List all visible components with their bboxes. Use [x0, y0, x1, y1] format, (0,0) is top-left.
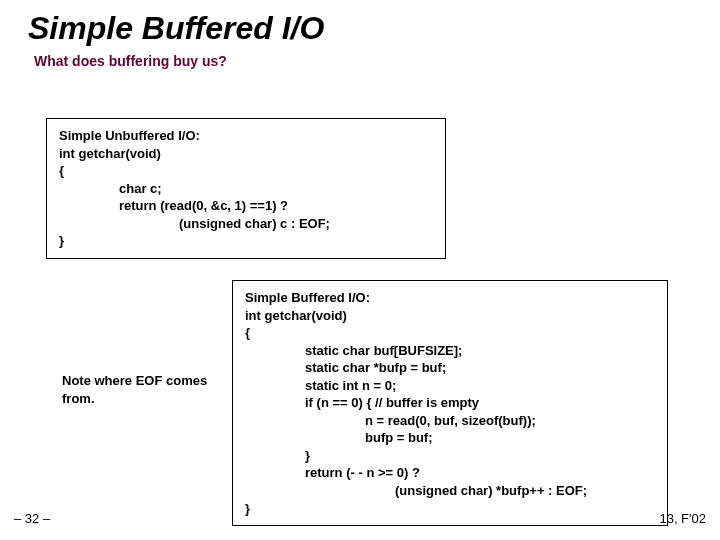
code-line: static int n = 0;	[245, 377, 655, 395]
code-line: }	[245, 500, 655, 518]
code-line: (unsigned char) *bufp++ : EOF;	[245, 482, 655, 500]
code-line: if (n == 0) { // buffer is empty	[245, 394, 655, 412]
code-label: Simple Buffered I/O:	[245, 289, 655, 307]
code-line: }	[59, 232, 433, 250]
code-line: return (read(0, &c, 1) ==1) ?	[59, 197, 433, 215]
code-line: bufp = buf;	[245, 429, 655, 447]
code-box-buffered: Simple Buffered I/O: int getchar(void) {…	[232, 280, 668, 526]
code-line: static char buf[BUFSIZE];	[245, 342, 655, 360]
code-line: int getchar(void)	[245, 307, 655, 325]
code-box-unbuffered: Simple Unbuffered I/O: int getchar(void)…	[46, 118, 446, 259]
code-line: }	[245, 447, 655, 465]
code-line: char c;	[59, 180, 433, 198]
slide-subtitle: What does buffering buy us?	[34, 53, 720, 69]
code-line: {	[245, 324, 655, 342]
code-line: return (- - n >= 0) ?	[245, 464, 655, 482]
footer-right: 13, F'02	[659, 511, 706, 526]
code-line: int getchar(void)	[59, 145, 433, 163]
code-label: Simple Unbuffered I/O:	[59, 127, 433, 145]
code-line: (unsigned char) c : EOF;	[59, 215, 433, 233]
code-line: {	[59, 162, 433, 180]
code-line: static char *bufp = buf;	[245, 359, 655, 377]
code-line: n = read(0, buf, sizeof(buf));	[245, 412, 655, 430]
eof-note: Note where EOF comes from.	[62, 372, 212, 407]
slide-title: Simple Buffered I/O	[28, 10, 720, 47]
page-number: – 32 –	[14, 511, 50, 526]
